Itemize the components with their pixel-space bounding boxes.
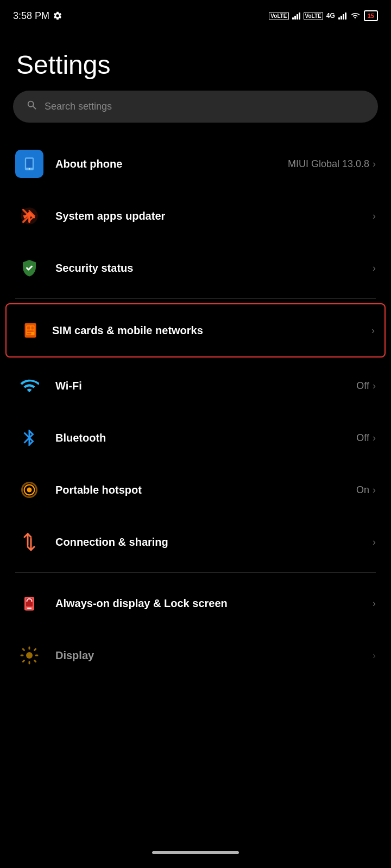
connection-chevron: › <box>373 537 376 548</box>
security-status-label-wrap: Security status <box>55 262 369 275</box>
system-apps-label-wrap: System apps updater <box>55 210 369 222</box>
about-phone-value: MIUI Global 13.0.8 <box>282 158 369 170</box>
settings-item-hotspot[interactable]: Portable hotspot On › <box>0 464 391 516</box>
settings-item-system-apps[interactable]: System apps updater › <box>0 190 391 242</box>
svg-rect-1 <box>26 159 33 168</box>
svg-rect-9 <box>27 333 31 335</box>
hotspot-chevron: › <box>373 484 376 496</box>
svg-point-10 <box>27 488 32 493</box>
search-container: Search settings <box>0 91 391 138</box>
hotspot-right: On › <box>351 484 376 496</box>
status-bar: 3:58 PM VoLTE VoLTE 4G 15 <box>0 0 391 28</box>
about-phone-chevron: › <box>373 158 376 170</box>
wifi-label: Wi-Fi <box>55 380 82 392</box>
system-apps-icon <box>15 202 43 230</box>
connection-right: › <box>369 537 376 548</box>
svg-rect-8 <box>27 330 34 332</box>
hotspot-label: Portable hotspot <box>55 484 142 496</box>
system-apps-right: › <box>369 210 376 222</box>
always-on-label-wrap: Always-on display & Lock screen <box>55 597 369 610</box>
settings-item-about-phone[interactable]: About phone MIUI Global 13.0.8 › <box>0 138 391 190</box>
connection-label-wrap: Connection & sharing <box>55 536 369 548</box>
always-on-right: › <box>369 598 376 609</box>
status-icons-group: VoLTE VoLTE 4G 15 <box>269 10 378 21</box>
home-indicator-container <box>0 843 391 863</box>
display-icon <box>15 641 43 669</box>
volte2-icon: VoLTE <box>304 12 323 20</box>
signal-bars-1 <box>292 12 300 20</box>
wifi-icon <box>15 372 43 400</box>
settings-list: About phone MIUI Global 13.0.8 › System … <box>0 138 391 681</box>
settings-item-bluetooth[interactable]: Bluetooth Off › <box>0 412 391 464</box>
hotspot-value: On <box>351 484 369 496</box>
connection-icon <box>15 528 43 556</box>
4g-icon: 4G <box>326 12 335 20</box>
display-chevron: › <box>373 650 376 661</box>
divider-1 <box>15 298 376 299</box>
gear-icon <box>53 11 62 21</box>
settings-item-always-on[interactable]: Always-on display & Lock screen › <box>0 577 391 629</box>
always-on-chevron: › <box>373 598 376 609</box>
sim-cards-chevron: › <box>371 325 375 336</box>
about-phone-icon <box>15 150 43 178</box>
page-title: Settings <box>0 28 391 91</box>
sim-cards-right: › <box>368 325 375 336</box>
status-time: 3:58 PM <box>13 10 62 22</box>
system-apps-chevron: › <box>373 210 376 222</box>
sim-cards-icon <box>16 316 45 344</box>
always-on-icon <box>15 589 43 617</box>
security-status-chevron: › <box>373 263 376 274</box>
battery-icon: 15 <box>364 10 378 21</box>
security-status-icon <box>15 254 43 282</box>
sim-cards-label: SIM cards & mobile networks <box>52 324 203 336</box>
sim-cards-label-wrap: SIM cards & mobile networks <box>52 324 368 337</box>
settings-item-sim-cards[interactable]: SIM cards & mobile networks › <box>5 303 386 358</box>
hotspot-label-wrap: Portable hotspot <box>55 484 351 496</box>
hotspot-icon <box>15 476 43 504</box>
wifi-right: Off › <box>351 380 376 392</box>
search-bar[interactable]: Search settings <box>13 91 378 123</box>
bluetooth-label: Bluetooth <box>55 432 106 444</box>
signal-bars-2 <box>338 12 346 20</box>
bluetooth-icon <box>15 424 43 452</box>
bluetooth-chevron: › <box>373 432 376 444</box>
display-right: › <box>369 650 376 661</box>
settings-item-connection[interactable]: Connection & sharing › <box>0 516 391 568</box>
search-placeholder-text: Search settings <box>45 101 112 112</box>
about-phone-label: About phone <box>55 158 122 170</box>
always-on-label: Always-on display & Lock screen <box>55 597 228 609</box>
wifi-status-icon <box>350 11 361 20</box>
bluetooth-value: Off <box>351 432 369 444</box>
security-status-right: › <box>369 263 376 274</box>
about-phone-label-wrap: About phone <box>55 158 282 170</box>
svg-point-2 <box>29 168 30 169</box>
settings-item-security-status[interactable]: Security status › <box>0 242 391 294</box>
svg-point-13 <box>26 652 33 659</box>
svg-rect-7 <box>31 327 34 330</box>
home-indicator <box>152 851 239 854</box>
settings-item-display[interactable]: Display › <box>0 629 391 681</box>
time-label: 3:58 PM <box>13 10 49 22</box>
connection-label: Connection & sharing <box>55 536 168 548</box>
search-icon <box>26 99 38 114</box>
display-label: Display <box>55 649 94 661</box>
about-phone-right: MIUI Global 13.0.8 › <box>282 158 376 170</box>
wifi-label-wrap: Wi-Fi <box>55 380 351 392</box>
bluetooth-label-wrap: Bluetooth <box>55 432 351 444</box>
divider-2 <box>15 572 376 573</box>
system-apps-label: System apps updater <box>55 210 165 222</box>
wifi-value: Off <box>351 380 369 392</box>
wifi-chevron: › <box>373 380 376 392</box>
settings-item-wifi[interactable]: Wi-Fi Off › <box>0 360 391 412</box>
security-status-label: Security status <box>55 262 133 274</box>
bluetooth-right: Off › <box>351 432 376 444</box>
svg-rect-6 <box>27 327 30 330</box>
display-label-wrap: Display <box>55 649 369 662</box>
volte1-icon: VoLTE <box>269 12 288 20</box>
